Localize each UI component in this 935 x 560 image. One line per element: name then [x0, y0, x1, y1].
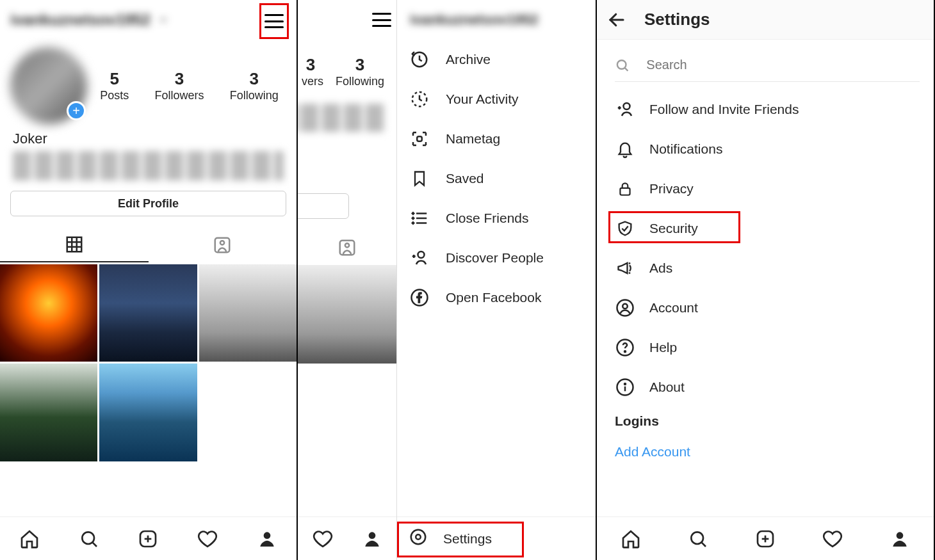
- stat-posts[interactable]: 5 Posts: [100, 69, 129, 102]
- close-friends-icon: [410, 209, 429, 228]
- help-icon: [615, 338, 635, 357]
- post-thumbnail[interactable]: [199, 264, 297, 362]
- archive-icon: [410, 50, 429, 69]
- svg-point-12: [263, 532, 270, 539]
- follow-invite-icon: [615, 100, 635, 119]
- nametag-icon: [410, 129, 429, 148]
- settings-item-privacy[interactable]: Privacy: [615, 169, 920, 209]
- profile-icon[interactable]: [257, 529, 277, 549]
- post-thumbnail[interactable]: [298, 265, 396, 364]
- facebook-icon: [410, 288, 429, 307]
- new-post-icon[interactable]: [755, 529, 776, 549]
- menu-item-settings[interactable]: Settings: [397, 516, 596, 560]
- username-dropdown[interactable]: ivankuznetsov1952: [10, 11, 168, 29]
- svg-point-14: [345, 243, 349, 247]
- settings-item-label: Ads: [649, 260, 672, 276]
- activity-icon: [410, 90, 429, 109]
- display-name: Joker: [0, 124, 297, 147]
- activity-heart-icon[interactable]: [197, 529, 218, 549]
- menu-item-label: Saved: [446, 171, 484, 186]
- search-icon[interactable]: [79, 529, 99, 549]
- svg-rect-0: [67, 237, 82, 252]
- activity-heart-icon[interactable]: [313, 529, 333, 549]
- stat-followers[interactable]: 3 Followers: [154, 69, 204, 102]
- home-icon[interactable]: [621, 529, 641, 549]
- add-account-link[interactable]: Add Account: [615, 444, 920, 460]
- svg-line-43: [701, 542, 706, 547]
- settings-header: Settings: [597, 0, 934, 40]
- security-highlight-box: [608, 211, 740, 243]
- svg-point-7: [82, 532, 94, 544]
- menu-item-label: Close Friends: [446, 211, 529, 226]
- svg-point-31: [624, 103, 630, 109]
- panel-menu-behind: 3 vers 3 Following: [298, 0, 396, 560]
- stat-following[interactable]: 3 Following: [230, 69, 279, 102]
- tab-grid[interactable]: [0, 228, 149, 262]
- settings-item-label: About: [649, 380, 685, 395]
- menu-item-label: Settings: [443, 531, 492, 547]
- username-label: ivankuznetsov1952: [10, 11, 150, 29]
- profile-stats-row: + 5 Posts 3 Followers 3 Following: [0, 40, 297, 124]
- activity-heart-icon[interactable]: [822, 529, 843, 549]
- post-thumbnail[interactable]: [99, 364, 197, 461]
- svg-point-36: [622, 304, 628, 309]
- svg-point-41: [624, 383, 626, 385]
- hamburger-menu-icon[interactable]: [372, 13, 391, 27]
- menu-item-activity[interactable]: Your Activity: [397, 79, 596, 119]
- settings-item-label: Follow and Invite Friends: [649, 102, 799, 117]
- bottom-nav: [597, 516, 934, 560]
- hamburger-menu-icon[interactable]: [264, 14, 284, 28]
- edit-profile-button-partial[interactable]: [298, 193, 349, 219]
- settings-item-security[interactable]: Security: [615, 209, 920, 248]
- home-icon[interactable]: [19, 529, 40, 549]
- settings-item-notifications[interactable]: Notifications: [615, 129, 920, 169]
- back-arrow-icon[interactable]: [607, 10, 626, 29]
- profile-icon[interactable]: [890, 529, 910, 549]
- hamburger-menu: ivankuznetsov1952 Archive Your Activity …: [396, 0, 596, 560]
- tagged-icon: [213, 236, 232, 255]
- settings-item-ads[interactable]: Ads: [615, 248, 920, 288]
- settings-item-help[interactable]: Help: [615, 328, 920, 367]
- new-post-icon[interactable]: [138, 529, 158, 549]
- search-input[interactable]: [646, 58, 920, 72]
- svg-point-6: [220, 241, 224, 244]
- panel-profile: ivankuznetsov1952 + 5 Posts 3 Followers: [0, 0, 298, 560]
- menu-item-close-friends[interactable]: Close Friends: [397, 198, 596, 238]
- tab-tagged[interactable]: [149, 228, 297, 262]
- lock-icon: [617, 179, 633, 198]
- profile-icon[interactable]: [362, 529, 382, 549]
- profile-tabs: [0, 228, 297, 262]
- post-thumbnail[interactable]: [99, 264, 197, 362]
- settings-item-label: Notifications: [649, 141, 722, 157]
- svg-point-42: [691, 532, 703, 544]
- post-thumbnail[interactable]: [0, 264, 97, 362]
- menu-item-saved[interactable]: Saved: [397, 159, 596, 198]
- post-empty: [199, 364, 297, 461]
- tab-tagged[interactable]: [298, 230, 396, 265]
- edit-profile-button[interactable]: Edit Profile: [10, 191, 286, 216]
- svg-point-29: [617, 60, 626, 69]
- avatar-wrap[interactable]: +: [10, 47, 87, 124]
- post-thumbnail[interactable]: [0, 364, 97, 461]
- menu-item-archive[interactable]: Archive: [397, 40, 596, 79]
- svg-point-27: [416, 534, 421, 540]
- settings-item-about[interactable]: About: [615, 367, 920, 407]
- logins-header: Logins: [615, 413, 920, 429]
- settings-item-account[interactable]: Account: [615, 288, 920, 328]
- menu-item-discover[interactable]: Discover People: [397, 238, 596, 278]
- settings-item-label: Help: [649, 340, 677, 355]
- menu-item-facebook[interactable]: Open Facebook: [397, 278, 596, 317]
- grid-icon: [65, 235, 84, 254]
- settings-title: Settings: [644, 10, 710, 29]
- svg-line-30: [625, 67, 628, 70]
- settings-search[interactable]: [615, 49, 920, 82]
- menu-username: ivankuznetsov1952: [397, 0, 596, 40]
- megaphone-icon: [615, 259, 635, 277]
- search-icon[interactable]: [688, 529, 708, 549]
- bell-icon: [616, 140, 634, 159]
- menu-item-nametag[interactable]: Nametag: [397, 119, 596, 159]
- svg-point-38: [624, 351, 626, 352]
- add-story-badge[interactable]: +: [67, 101, 86, 120]
- menu-item-label: Archive: [446, 52, 491, 67]
- settings-item-follow-invite[interactable]: Follow and Invite Friends: [615, 90, 920, 129]
